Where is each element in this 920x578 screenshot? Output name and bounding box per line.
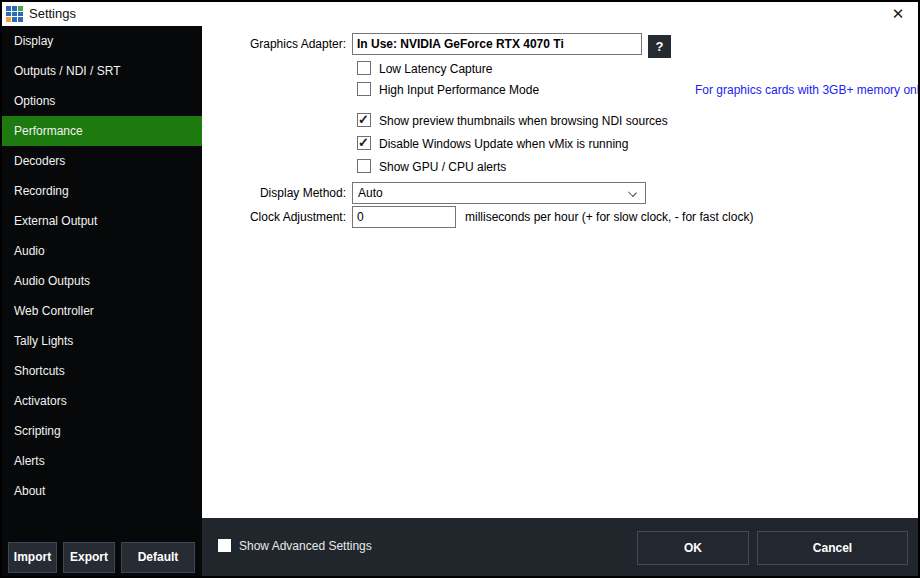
sidebar-item-performance[interactable]: Performance	[2, 116, 202, 146]
sidebar-item-external-output[interactable]: External Output	[2, 206, 202, 236]
clock-adjustment-label: Clock Adjustment:	[202, 206, 346, 228]
cancel-button[interactable]: Cancel	[757, 531, 908, 565]
clock-adjustment-hint: milliseconds per hour (+ for slow clock,…	[465, 210, 753, 224]
low-latency-capture-label: Low Latency Capture	[379, 62, 492, 76]
sidebar-item-audio[interactable]: Audio	[2, 236, 202, 266]
disable-windows-update-label: Disable Windows Update when vMix is runn…	[379, 137, 628, 151]
graphics-adapter-label: Graphics Adapter:	[202, 33, 346, 55]
window-title: Settings	[29, 6, 76, 21]
checkmark-icon: ✓	[358, 112, 369, 127]
ndi-thumbnails-label: Show preview thumbnails when browsing ND…	[379, 114, 668, 128]
sidebar-item-activators[interactable]: Activators	[2, 386, 202, 416]
sidebar-item-shortcuts[interactable]: Shortcuts	[2, 356, 202, 386]
display-method-label: Display Method:	[202, 182, 346, 204]
display-method-dropdown[interactable]: Auto	[352, 182, 646, 204]
display-method-value: Auto	[358, 186, 383, 200]
show-advanced-settings-label: Show Advanced Settings	[239, 539, 372, 553]
sidebar-item-recording[interactable]: Recording	[2, 176, 202, 206]
gpu-cpu-alerts-label: Show GPU / CPU alerts	[379, 160, 506, 174]
settings-window: Settings ✕ Display Outputs / NDI / SRT O…	[0, 0, 920, 578]
sidebar-item-alerts[interactable]: Alerts	[2, 446, 202, 476]
high-input-performance-checkbox[interactable]	[357, 82, 371, 96]
export-button[interactable]: Export	[63, 542, 115, 573]
chevron-down-icon	[628, 188, 637, 197]
graphics-adapter-input[interactable]	[352, 33, 642, 55]
gpu-cpu-alerts-checkbox[interactable]	[357, 159, 371, 173]
close-icon[interactable]: ✕	[887, 4, 909, 24]
footer-bar: Show Advanced Settings OK Cancel	[202, 518, 918, 576]
sidebar-item-about[interactable]: About	[2, 476, 202, 506]
import-button[interactable]: Import	[8, 542, 57, 573]
checkmark-icon: ✓	[358, 135, 369, 150]
ndi-thumbnails-checkbox[interactable]: ✓	[357, 113, 371, 127]
default-button[interactable]: Default	[121, 542, 195, 573]
sidebar-item-options[interactable]: Options	[2, 86, 202, 116]
sidebar-item-decoders[interactable]: Decoders	[2, 146, 202, 176]
high-input-performance-label: High Input Performance Mode	[379, 83, 539, 97]
settings-sidebar: Display Outputs / NDI / SRT Options Perf…	[2, 26, 202, 576]
ok-button[interactable]: OK	[637, 531, 749, 565]
sidebar-item-scripting[interactable]: Scripting	[2, 416, 202, 446]
sidebar-item-outputs-ndi-srt[interactable]: Outputs / NDI / SRT	[2, 56, 202, 86]
sidebar-item-display[interactable]: Display	[2, 26, 202, 56]
help-button[interactable]: ?	[648, 35, 671, 58]
performance-settings-pane: Graphics Adapter: ? Low Latency Capture …	[202, 26, 918, 518]
show-advanced-settings-checkbox[interactable]	[218, 539, 231, 552]
sidebar-item-tally-lights[interactable]: Tally Lights	[2, 326, 202, 356]
clock-adjustment-input[interactable]	[352, 206, 456, 228]
sidebar-item-audio-outputs[interactable]: Audio Outputs	[2, 266, 202, 296]
sidebar-item-web-controller[interactable]: Web Controller	[2, 296, 202, 326]
disable-windows-update-checkbox[interactable]: ✓	[357, 136, 371, 150]
low-latency-capture-checkbox[interactable]	[357, 61, 371, 75]
title-bar: Settings ✕	[2, 2, 918, 26]
vmix-logo-icon	[6, 6, 23, 22]
memory-note: For graphics cards with 3GB+ memory only	[695, 83, 920, 97]
